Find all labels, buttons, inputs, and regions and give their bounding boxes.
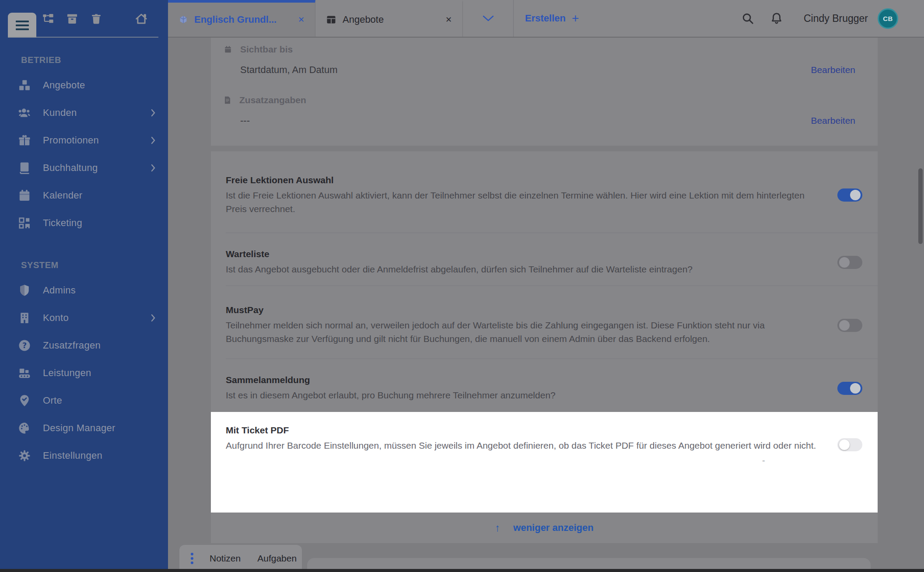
sidebar-item-design-manager[interactable]: Design Manager bbox=[0, 414, 168, 442]
tree-structure-icon[interactable] bbox=[42, 12, 55, 25]
map-pin-check-icon bbox=[18, 394, 32, 408]
setting-title: Mit Ticket PDF bbox=[226, 425, 825, 436]
topbar-right: Cindy Brugger CB bbox=[741, 0, 924, 37]
book-icon bbox=[18, 161, 32, 175]
menu-button[interactable] bbox=[8, 13, 36, 38]
sidebar-section-system: SYSTEM bbox=[21, 260, 168, 270]
chevron-right-icon bbox=[150, 314, 156, 322]
close-icon[interactable]: ✕ bbox=[298, 15, 304, 24]
toggle-warteliste[interactable] bbox=[837, 256, 862, 269]
cubes-icon bbox=[18, 78, 32, 92]
toggle-knob bbox=[850, 190, 861, 200]
trash-icon[interactable] bbox=[90, 12, 103, 25]
question-icon: ? bbox=[18, 338, 32, 352]
info-value: Startdatum, Am Datum bbox=[240, 64, 338, 76]
setting-warteliste: Warteliste Ist das Angebot ausgebucht od… bbox=[211, 233, 878, 286]
sidebar-item-ticketing[interactable]: Ticketing bbox=[0, 209, 168, 237]
qr-ticket-icon bbox=[18, 216, 32, 230]
offer-settings-card: Freie Lektionen Auswahl Ist die Freie Le… bbox=[211, 151, 878, 543]
sidebar-item-angebote[interactable]: Angebote bbox=[0, 71, 168, 99]
archive-icon[interactable] bbox=[66, 12, 79, 25]
main-content: Sichtbar bis Startdatum, Am Datum Bearbe… bbox=[168, 38, 924, 572]
chevron-down-icon bbox=[483, 15, 494, 21]
sidebar-item-label: Design Manager bbox=[43, 422, 116, 434]
kebab-menu-icon[interactable] bbox=[191, 553, 193, 564]
toggle-knob bbox=[839, 320, 850, 331]
sidebar-item-einstellungen[interactable]: Einstellungen bbox=[0, 442, 168, 469]
calendar-small-icon bbox=[224, 45, 232, 53]
sidebar-item-label: Einstellungen bbox=[43, 450, 102, 461]
notifications-bell-icon[interactable] bbox=[770, 11, 784, 25]
sidebar-item-orte[interactable]: Orte bbox=[0, 387, 168, 414]
edit-link[interactable]: Bearbeiten bbox=[811, 115, 855, 126]
sidebar-item-buchhaltung[interactable]: Buchhaltung bbox=[0, 154, 168, 181]
setting-mustpay: MustPay Teilnehmer melden sich normal an… bbox=[211, 286, 878, 359]
tab-list-dropdown[interactable] bbox=[463, 0, 514, 37]
setting-title: Warteliste bbox=[226, 249, 825, 259]
tab-aufgaben[interactable]: Aufgaben bbox=[249, 553, 305, 564]
toggle-knob bbox=[850, 383, 861, 394]
home-icon[interactable] bbox=[135, 12, 148, 25]
sidebar-item-label: Buchhaltung bbox=[43, 162, 98, 174]
chevron-right-icon bbox=[150, 164, 156, 172]
cube-icon bbox=[178, 15, 188, 24]
chevron-right-icon bbox=[150, 108, 156, 117]
info-row-sichtbar-bis: Sichtbar bis Startdatum, Am Datum Bearbe… bbox=[224, 42, 855, 80]
avatar[interactable]: CB bbox=[878, 8, 898, 29]
shield-icon bbox=[18, 283, 32, 297]
tab-notizen[interactable]: Notizen bbox=[201, 553, 249, 564]
toggle-mustpay[interactable] bbox=[837, 319, 862, 332]
plus-icon: + bbox=[572, 11, 579, 25]
create-label: Erstellen bbox=[525, 13, 566, 24]
user-name: Cindy Brugger bbox=[804, 13, 868, 24]
tab-englisch-grundl[interactable]: Englisch Grundl... ✕ bbox=[168, 0, 315, 37]
sidebar-item-leistungen[interactable]: Leistungen bbox=[0, 359, 168, 387]
setting-description: Ist es in diesem Angebot erlaubt, pro Bu… bbox=[226, 388, 825, 402]
sidebar-item-label: Zusatzfragen bbox=[43, 340, 101, 351]
toggle-freie-lektionen[interactable] bbox=[837, 188, 862, 202]
edit-link[interactable]: Bearbeiten bbox=[811, 65, 855, 75]
sidebar-section-betrieb: BETRIEB bbox=[21, 55, 168, 65]
users-icon bbox=[18, 106, 32, 120]
notes-tabbar: Notizen Aufgaben bbox=[179, 545, 302, 572]
toggle-knob bbox=[839, 439, 850, 450]
sidebar-item-admins[interactable]: Admins bbox=[0, 276, 168, 304]
sidebar-item-label: Ticketing bbox=[43, 217, 82, 229]
close-icon[interactable]: ✕ bbox=[445, 15, 452, 24]
sidebar-item-kalender[interactable]: Kalender bbox=[0, 181, 168, 209]
create-tab-button[interactable]: Erstellen + bbox=[514, 0, 590, 37]
sidebar-item-kunden[interactable]: Kunden bbox=[0, 99, 168, 126]
sidebar-item-promotionen[interactable]: Promotionen bbox=[0, 126, 168, 154]
info-row-zusatzangaben: Zusatzangaben --- Bearbeiten bbox=[224, 93, 855, 130]
search-icon[interactable] bbox=[741, 11, 755, 25]
scrollbar-thumb[interactable] bbox=[918, 168, 923, 244]
sidebar-item-konto[interactable]: Konto bbox=[0, 304, 168, 331]
sidebar-item-label: Leistungen bbox=[43, 367, 91, 379]
toggle-mit-ticket-pdf[interactable] bbox=[837, 438, 862, 451]
topbar: Englisch Grundl... ✕ Angebote ✕ Erstelle… bbox=[168, 0, 924, 38]
show-less-label: weniger anzeigen bbox=[513, 522, 593, 534]
setting-description: Ist das Angebot ausgebucht oder die Anme… bbox=[226, 262, 825, 276]
stray-dash: - bbox=[762, 456, 765, 466]
setting-mit-ticket-pdf-highlighted: Mit Ticket PDF Aufgrund Ihrer Barcode Ei… bbox=[211, 412, 878, 513]
tab-label: Angebote bbox=[343, 14, 384, 25]
setting-sammelanmeldung: Sammelanmeldung Ist es in diesem Angebot… bbox=[211, 359, 878, 412]
info-value: --- bbox=[240, 115, 250, 126]
grid-icon bbox=[326, 14, 336, 25]
document-icon bbox=[224, 96, 231, 104]
info-label: Zusatzangaben bbox=[239, 95, 306, 105]
setting-freie-lektionen: Freie Lektionen Auswahl Ist die Freie Le… bbox=[211, 151, 878, 233]
bottom-strip bbox=[0, 569, 924, 572]
toggle-knob bbox=[839, 257, 850, 268]
offer-info-card: Sichtbar bis Startdatum, Am Datum Bearbe… bbox=[211, 38, 878, 146]
sidebar-header bbox=[0, 0, 168, 38]
show-less-link[interactable]: ↑ weniger anzeigen bbox=[495, 522, 593, 534]
tab-angebote[interactable]: Angebote ✕ bbox=[315, 0, 463, 37]
gift-icon bbox=[18, 133, 32, 147]
toggle-sammelanmeldung[interactable] bbox=[837, 382, 862, 395]
setting-title: MustPay bbox=[226, 305, 825, 315]
setting-title: Freie Lektionen Auswahl bbox=[226, 175, 825, 185]
sidebar-item-label: Angebote bbox=[43, 80, 85, 91]
sidebar-item-zusatzfragen[interactable]: ? Zusatzfragen bbox=[0, 331, 168, 359]
sidebar: BETRIEB Angebote Kunden Promotionen Buch… bbox=[0, 0, 168, 572]
